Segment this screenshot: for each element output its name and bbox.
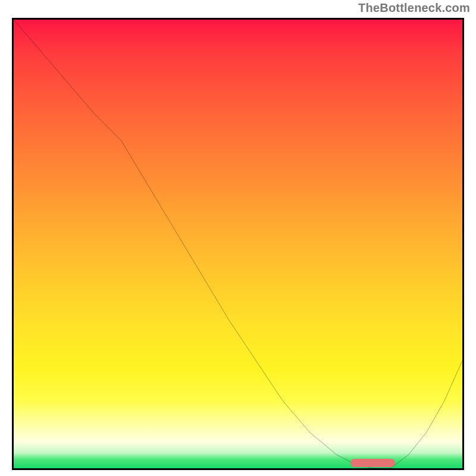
chart-frame — [12, 18, 464, 470]
watermark-text: TheBottleneck.com — [358, 1, 470, 15]
optimal-range-marker — [350, 459, 395, 467]
bottleneck-curve — [14, 20, 462, 468]
